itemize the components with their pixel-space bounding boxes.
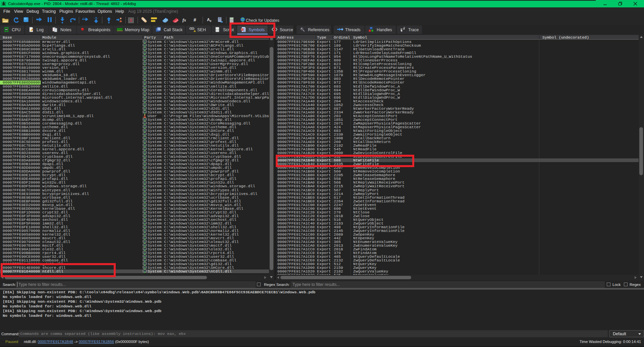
svg-text:<>: <> xyxy=(216,29,219,31)
svg-text:64: 64 xyxy=(5,29,8,31)
svg-text:!: ! xyxy=(195,30,195,32)
